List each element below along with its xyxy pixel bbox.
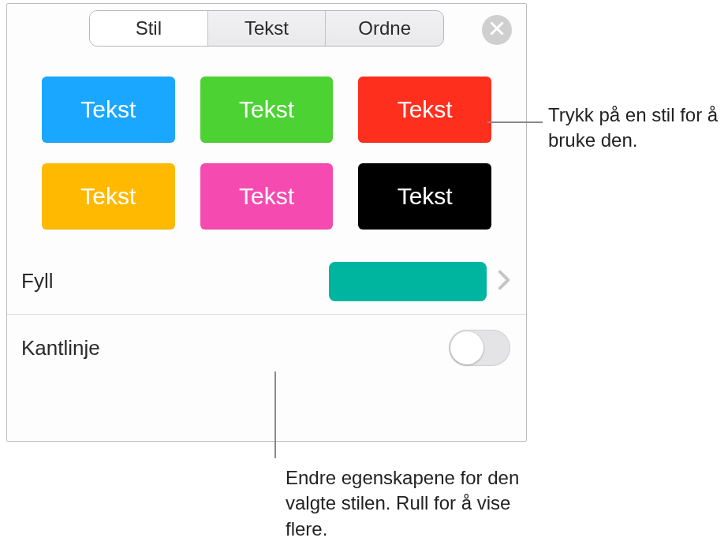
fill-label: Fyll [21, 269, 53, 293]
swatch-label: Tekst [239, 183, 294, 210]
border-row: Kantlinje [7, 315, 526, 381]
fill-row[interactable]: Fyll [7, 248, 526, 315]
toggle-knob [450, 331, 483, 364]
callout-tap-style: Trykk på en stil for å bruke den. [548, 103, 722, 154]
fill-color-swatch[interactable] [329, 262, 487, 301]
tab-arrange[interactable]: Ordne [326, 11, 443, 46]
tab-text[interactable]: Tekst [208, 11, 327, 46]
style-swatch-black[interactable]: Tekst [358, 163, 491, 230]
format-panel: Stil Tekst Ordne Tekst Tekst Tekst Tekst… [6, 3, 527, 442]
callout-change-props: Endre egenskapene for den valgte stilen.… [286, 465, 530, 542]
border-label: Kantlinje [21, 336, 100, 360]
tab-style-label: Stil [136, 17, 162, 39]
style-swatch-red[interactable]: Tekst [358, 77, 491, 143]
swatch-label: Tekst [239, 96, 294, 123]
swatch-label: Tekst [80, 183, 136, 210]
tab-text-label: Tekst [245, 17, 289, 39]
fill-row-right [329, 262, 510, 301]
close-button[interactable] [482, 15, 512, 45]
style-swatch-pink[interactable]: Tekst [200, 163, 334, 230]
callout-connector [487, 121, 543, 123]
style-swatch-yellow[interactable]: Tekst [42, 163, 175, 230]
style-swatch-green[interactable]: Tekst [200, 77, 334, 143]
swatch-label: Tekst [398, 183, 453, 210]
tab-arrange-label: Ordne [358, 17, 411, 39]
swatch-label: Tekst [80, 96, 136, 123]
style-swatch-grid: Tekst Tekst Tekst Tekst Tekst Tekst [7, 47, 526, 248]
callout-connector [274, 371, 276, 458]
style-swatch-blue[interactable]: Tekst [42, 77, 175, 143]
close-icon [490, 21, 504, 39]
tab-style[interactable]: Stil [90, 11, 208, 46]
border-toggle[interactable] [449, 330, 510, 366]
chevron-right-icon [498, 270, 510, 293]
format-tabs: Stil Tekst Ordne [89, 10, 444, 47]
swatch-label: Tekst [398, 96, 453, 123]
